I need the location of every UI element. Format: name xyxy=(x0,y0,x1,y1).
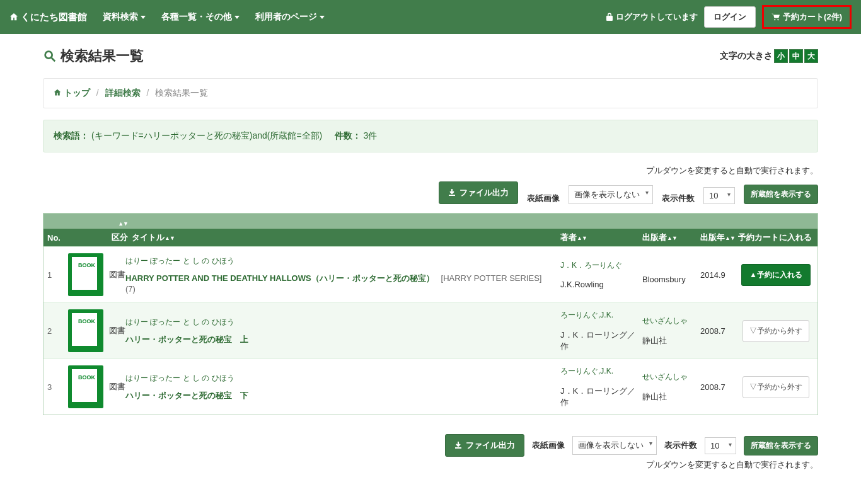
row-title-yomi: はりー ぽったー と し の ひほう xyxy=(125,256,554,266)
search-count-label: 件数： xyxy=(335,130,361,140)
remove-from-cart-button[interactable]: ▽予約から外す xyxy=(743,320,809,342)
row-publisher: 静山社 xyxy=(642,391,700,403)
row-title-yomi: はりー ぽったー と し の ひほう xyxy=(125,373,554,384)
book-icon: BOOK xyxy=(68,253,103,296)
home-icon xyxy=(9,13,18,21)
search-term-label: 検索語： xyxy=(54,130,89,140)
cart-button[interactable]: 予約カート(2件) xyxy=(762,5,852,29)
nav-search[interactable]: 資料検索 xyxy=(103,11,146,23)
cover-select-bottom[interactable]: 画像を表示しない xyxy=(572,436,657,455)
th-year[interactable]: 出版年▲▼ xyxy=(700,232,738,243)
row-title-link[interactable]: ハリー・ポッターと死の秘宝 下 xyxy=(125,391,248,400)
row-year: 2008.7 xyxy=(700,326,738,336)
breadcrumb: トップ / 詳細検索 / 検索結果一覧 xyxy=(43,78,818,108)
row-title-link[interactable]: HARRY POTTER AND THE DEATHLY HALLOWS（ハリー… xyxy=(125,273,434,283)
caret-down-icon xyxy=(234,16,240,19)
book-icon: BOOK xyxy=(68,309,103,352)
controls-hint: プルダウンを変更すると自動で実行されます。 xyxy=(43,165,818,176)
table-row: 3 BOOK 図書 はりー ぽったー と し の ひほう ハリー・ポッターと死の… xyxy=(43,358,818,415)
row-publisher-yomi: せいざんしゃ xyxy=(642,316,700,326)
breadcrumb-detail[interactable]: 詳細検索 xyxy=(105,88,141,98)
row-title-yomi: はりー ぽったー と し の ひほう xyxy=(125,317,554,328)
cover-select[interactable]: 画像を表示しない xyxy=(569,185,653,204)
page-size-select-bottom[interactable]: 10 xyxy=(705,437,736,454)
row-kubun: 図書 xyxy=(109,269,125,280)
page-size-label-bottom: 表示件数 xyxy=(664,440,697,451)
breadcrumb-current: 検索結果一覧 xyxy=(155,88,208,98)
row-author: J．K．ローリング／作 xyxy=(560,329,642,352)
th-cart: 予約カートに入れる xyxy=(738,232,814,243)
nav-brand[interactable]: くにたち図書館 xyxy=(9,11,87,23)
row-author: J.K.Rowling xyxy=(560,280,642,289)
row-kubun: 図書 xyxy=(109,381,125,392)
page-title: 検索結果一覧 xyxy=(43,47,144,66)
row-title-link[interactable]: ハリー・ポッターと死の秘宝 上 xyxy=(125,335,248,344)
file-output-button-bottom[interactable]: ファイル出力 xyxy=(445,434,524,457)
remove-from-cart-button[interactable]: ▽予約から外す xyxy=(743,376,809,398)
show-holdings-button[interactable]: 所蔵館を表示する xyxy=(744,185,818,204)
nav-lists[interactable]: 各種一覧・その他 xyxy=(161,11,240,23)
row-author: J．K．ローリング／作 xyxy=(560,386,642,408)
download-icon xyxy=(448,189,456,197)
svg-line-3 xyxy=(52,58,55,62)
row-no: 2 xyxy=(47,326,62,336)
row-cover: BOOK xyxy=(62,253,109,296)
row-no: 1 xyxy=(47,270,62,280)
caret-down-icon xyxy=(141,16,146,19)
search-term-value: (キーワード=ハリーポッターと死の秘宝)and(所蔵館=全部) xyxy=(91,130,322,140)
page-size-select[interactable]: 10 xyxy=(703,187,735,204)
search-icon xyxy=(43,49,57,63)
breadcrumb-top[interactable]: トップ xyxy=(64,88,90,98)
row-year: 2014.9 xyxy=(700,270,738,280)
font-large-button[interactable]: 大 xyxy=(804,49,818,63)
row-no: 3 xyxy=(47,382,62,392)
row-author-yomi: ろーりんぐ,J.K. xyxy=(560,366,642,377)
lock-icon xyxy=(606,13,613,21)
font-small-button[interactable]: 小 xyxy=(774,49,788,63)
th-author[interactable]: 著者▲▼ xyxy=(560,232,642,243)
brand-label: くにたち図書館 xyxy=(21,11,87,23)
logout-status: ログアウトしています xyxy=(606,11,698,23)
file-output-button[interactable]: ファイル出力 xyxy=(439,181,518,204)
table-top-border xyxy=(43,214,818,229)
row-cover: BOOK xyxy=(62,309,109,352)
font-medium-button[interactable]: 中 xyxy=(789,49,803,63)
th-no: No. xyxy=(47,233,62,243)
row-year: 2008.7 xyxy=(700,382,738,392)
table-row: 1 BOOK 図書 はりー ぽったー と し の ひほう HARRY POTTE… xyxy=(43,246,818,302)
row-author-yomi: ろーりんぐ,J.K. xyxy=(560,310,642,321)
nav-mypage[interactable]: 利用者のページ xyxy=(255,11,325,23)
add-to-cart-button[interactable]: ▲予約に入れる xyxy=(741,264,811,286)
row-publisher: 静山社 xyxy=(642,335,700,346)
font-size-control: 文字の大きさ 小 中 大 xyxy=(720,49,818,63)
row-author-yomi: J．K．ろーりんぐ xyxy=(560,260,642,271)
row-cover: BOOK xyxy=(62,365,109,408)
row-kubun: 図書 xyxy=(109,325,125,336)
cover-label: 表紙画像 xyxy=(527,193,560,204)
download-icon xyxy=(454,442,462,449)
cover-label-bottom: 表紙画像 xyxy=(532,440,565,451)
th-title[interactable]: タイトル▲▼ xyxy=(128,232,560,243)
svg-point-0 xyxy=(774,19,775,20)
show-holdings-button-bottom[interactable]: 所蔵館を表示する xyxy=(744,436,818,455)
row-volume: (7) xyxy=(125,284,554,294)
login-button[interactable]: ログイン xyxy=(704,6,756,28)
row-publisher: Bloomsbury xyxy=(642,275,700,284)
home-icon xyxy=(54,89,61,96)
controls-hint-bottom: プルダウンを変更すると自動で実行されます。 xyxy=(43,459,818,471)
row-series: [HARRY POTTER SERIES] xyxy=(441,273,542,283)
th-kubun[interactable]: ▲▼ 区分 xyxy=(109,232,128,243)
book-icon: BOOK xyxy=(68,365,103,408)
row-publisher-yomi: せいざんしゃ xyxy=(642,372,700,382)
page-size-label: 表示件数 xyxy=(662,193,695,204)
caret-down-icon xyxy=(320,16,325,19)
th-publisher[interactable]: 出版者▲▼ xyxy=(642,232,700,243)
font-size-label: 文字の大きさ xyxy=(720,50,773,62)
svg-point-2 xyxy=(45,52,52,59)
svg-point-1 xyxy=(777,19,778,20)
table-header: No. ▲▼ 区分 タイトル▲▼ 著者▲▼ 出版者▲▼ 出版年▲▼ 予約カートに… xyxy=(43,229,818,246)
table-row: 2 BOOK 図書 はりー ぽったー と し の ひほう ハリー・ポッターと死の… xyxy=(43,302,818,358)
search-info-panel: 検索語： (キーワード=ハリーポッターと死の秘宝)and(所蔵館=全部) 件数：… xyxy=(43,120,818,152)
cart-icon xyxy=(771,13,780,21)
search-count-value: 3件 xyxy=(364,130,378,140)
